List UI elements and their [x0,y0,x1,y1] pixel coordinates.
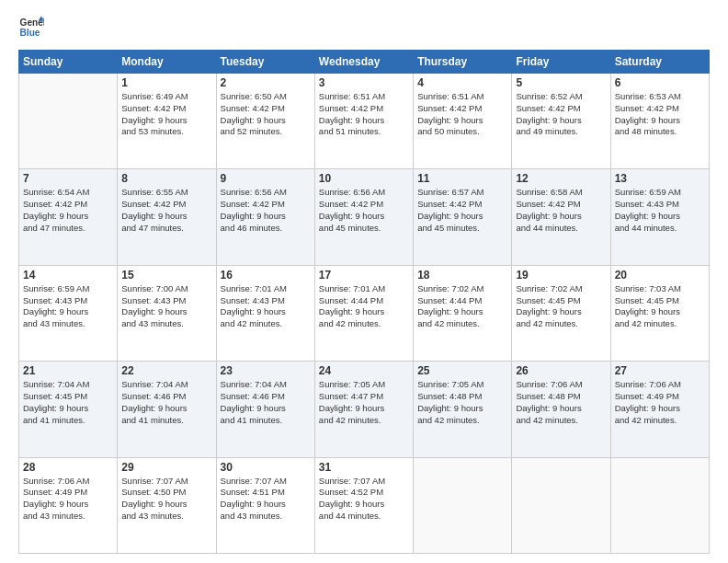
day-info-line: and 42 minutes. [516,318,606,330]
day-info-line: Sunrise: 7:01 AM [319,283,409,295]
day-info-line: Sunrise: 6:59 AM [615,187,705,199]
logo-icon: General Blue [18,15,44,40]
day-info-line: and 52 minutes. [221,126,311,138]
day-number: 31 [319,461,409,474]
day-number: 30 [221,461,311,474]
day-info-line: Sunset: 4:52 PM [319,487,409,499]
day-info-line: Daylight: 9 hours [221,115,311,127]
day-info-line: and 44 minutes. [615,223,705,235]
calendar-cell: 18Sunrise: 7:02 AMSunset: 4:44 PMDayligh… [414,265,512,361]
calendar-weekday-wednesday: Wednesday [314,51,413,74]
day-info-line: Sunrise: 7:04 AM [121,379,211,391]
day-number: 12 [516,172,606,185]
calendar-weekday-sunday: Sunday [19,51,118,74]
day-info-line: Sunrise: 7:01 AM [221,283,311,295]
calendar-cell: 19Sunrise: 7:02 AMSunset: 4:45 PMDayligh… [512,265,610,361]
calendar-cell: 28Sunrise: 7:06 AMSunset: 4:49 PMDayligh… [19,457,118,553]
day-info-line: Daylight: 9 hours [615,403,705,415]
calendar-week-row: 28Sunrise: 7:06 AMSunset: 4:49 PMDayligh… [19,457,710,553]
day-info-line: Daylight: 9 hours [417,211,507,223]
day-number: 27 [615,364,705,377]
day-info-line: Sunset: 4:42 PM [23,199,113,211]
day-info-line: Daylight: 9 hours [319,115,409,127]
day-info-line: Daylight: 9 hours [516,306,606,318]
day-info-line: and 42 minutes. [417,318,507,330]
calendar-weekday-thursday: Thursday [414,51,512,74]
day-info-line: Daylight: 9 hours [121,403,211,415]
day-info-line: and 50 minutes. [417,126,507,138]
day-number: 26 [516,364,606,377]
day-info-line: Sunset: 4:43 PM [615,199,705,211]
day-info-line: Sunset: 4:48 PM [516,391,606,403]
day-info-line: Sunset: 4:44 PM [319,295,409,307]
day-info-line: Sunset: 4:45 PM [516,295,606,307]
day-number: 4 [417,76,507,89]
day-info-line: Sunrise: 7:07 AM [221,476,311,488]
day-info-line: and 49 minutes. [516,126,606,138]
calendar-cell: 20Sunrise: 7:03 AMSunset: 4:45 PMDayligh… [610,265,709,361]
calendar-cell: 25Sunrise: 7:05 AMSunset: 4:48 PMDayligh… [414,362,512,457]
day-info-line: and 43 minutes. [23,511,113,523]
day-info-line: Sunset: 4:43 PM [221,295,311,307]
day-number: 16 [221,269,311,282]
day-info-line: Sunrise: 7:07 AM [121,476,211,488]
day-info-line: Sunrise: 7:07 AM [319,476,409,488]
day-number: 21 [23,364,113,377]
day-info-line: Daylight: 9 hours [417,306,507,318]
day-info-line: Daylight: 9 hours [319,306,409,318]
calendar-week-row: 1Sunrise: 6:49 AMSunset: 4:42 PMDaylight… [19,74,710,169]
calendar-weekday-friday: Friday [512,51,610,74]
calendar-cell: 26Sunrise: 7:06 AMSunset: 4:48 PMDayligh… [512,362,610,457]
day-info-line: Daylight: 9 hours [23,403,113,415]
day-info-line: and 43 minutes. [121,511,211,523]
day-info-line: Sunset: 4:50 PM [121,487,211,499]
calendar-cell [19,74,118,169]
day-info-line: Sunrise: 6:57 AM [417,187,507,199]
day-number: 7 [23,172,113,185]
day-info-line: Daylight: 9 hours [319,211,409,223]
day-info-line: Sunrise: 7:06 AM [23,476,113,488]
day-info-line: Sunset: 4:42 PM [417,199,507,211]
day-info-line: and 48 minutes. [615,126,705,138]
day-info-line: and 45 minutes. [417,223,507,235]
day-info-line: and 42 minutes. [615,318,705,330]
day-number: 15 [121,269,211,282]
day-info-line: Sunrise: 7:04 AM [23,379,113,391]
day-info-line: Daylight: 9 hours [23,306,113,318]
day-info-line: and 43 minutes. [23,318,113,330]
day-info-line: Sunset: 4:42 PM [615,103,705,115]
calendar-cell [610,457,709,553]
calendar-cell: 2Sunrise: 6:50 AMSunset: 4:42 PMDaylight… [216,74,314,169]
day-info-line: Sunrise: 6:51 AM [319,91,409,103]
day-info-line: Daylight: 9 hours [615,211,705,223]
day-number: 2 [221,76,311,89]
day-number: 17 [319,269,409,282]
day-info-line: Sunset: 4:48 PM [417,391,507,403]
calendar-cell: 29Sunrise: 7:07 AMSunset: 4:50 PMDayligh… [118,457,216,553]
calendar-weekday-saturday: Saturday [610,51,709,74]
day-info-line: Daylight: 9 hours [121,499,211,511]
calendar-cell: 16Sunrise: 7:01 AMSunset: 4:43 PMDayligh… [216,265,314,361]
day-info-line: Daylight: 9 hours [221,403,311,415]
day-info-line: Sunrise: 7:03 AM [615,283,705,295]
day-info-line: and 43 minutes. [121,318,211,330]
day-info-line: Sunset: 4:42 PM [516,103,606,115]
calendar-cell [414,457,512,553]
calendar-cell: 12Sunrise: 6:58 AMSunset: 4:42 PMDayligh… [512,169,610,265]
calendar-cell: 13Sunrise: 6:59 AMSunset: 4:43 PMDayligh… [610,169,709,265]
day-info-line: Daylight: 9 hours [516,403,606,415]
logo: General Blue [18,15,44,40]
day-info-line: and 47 minutes. [23,223,113,235]
day-info-line: Sunset: 4:43 PM [121,295,211,307]
day-number: 10 [319,172,409,185]
day-number: 19 [516,269,606,282]
day-info-line: Sunset: 4:46 PM [221,391,311,403]
day-info-line: Sunset: 4:42 PM [319,199,409,211]
calendar-cell: 14Sunrise: 6:59 AMSunset: 4:43 PMDayligh… [19,265,118,361]
day-info-line: Sunrise: 6:56 AM [221,187,311,199]
day-info-line: Sunset: 4:44 PM [417,295,507,307]
calendar-cell: 9Sunrise: 6:56 AMSunset: 4:42 PMDaylight… [216,169,314,265]
day-info-line: Sunrise: 6:58 AM [516,187,606,199]
day-info-line: Daylight: 9 hours [23,211,113,223]
day-info-line: Daylight: 9 hours [319,403,409,415]
